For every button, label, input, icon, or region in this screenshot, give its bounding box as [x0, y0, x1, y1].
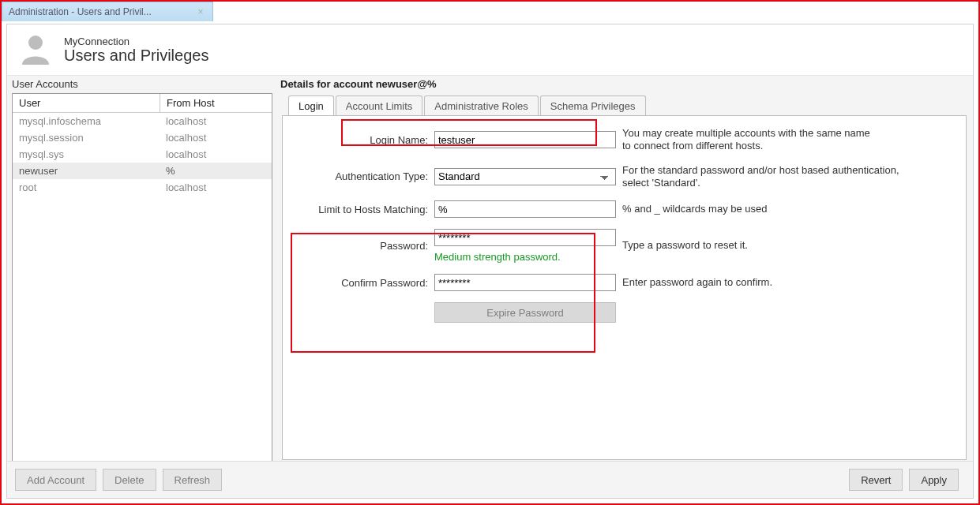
main-panel: MyConnection Users and Privileges User A… [6, 24, 974, 499]
revert-button[interactable]: Revert [849, 469, 903, 491]
login-form: Login Name: You may create multiple acco… [294, 127, 955, 323]
confirm-password-hint: Enter password again to confirm. [622, 276, 955, 289]
table-row[interactable]: newuser% [13, 163, 272, 179]
page-header: MyConnection Users and Privileges [7, 24, 973, 76]
auth-type-label: Authentication Type: [294, 170, 428, 182]
delete-account-button[interactable]: Delete [103, 469, 156, 491]
page-title: Users and Privileges [64, 47, 208, 64]
cell-user: mysql.sys [13, 146, 160, 163]
app-window: Administration - Users and Privil... × M… [0, 0, 980, 505]
account-details-tabs: LoginAccount LimitsAdministrative RolesS… [280, 95, 968, 462]
hosts-input[interactable] [434, 200, 616, 218]
content-body: User Accounts User From Host mysql.infos… [7, 75, 973, 462]
tab-account-limits[interactable]: Account Limits [336, 95, 423, 115]
cell-user: mysql.session [13, 129, 160, 146]
document-tab-label: Administration - Users and Privil... [9, 6, 152, 17]
cell-user: mysql.infoschema [13, 113, 160, 129]
password-label: Password: [294, 240, 428, 252]
password-input[interactable] [434, 229, 616, 246]
table-row[interactable]: rootlocalhost [13, 179, 272, 196]
tab-administrative-roles[interactable]: Administrative Roles [424, 95, 539, 115]
password-strength-text: Medium strength password. [434, 246, 616, 263]
close-icon[interactable]: × [195, 6, 206, 17]
cell-host: localhost [160, 113, 272, 129]
document-tab-bar: Administration - Users and Privil... × [2, 2, 978, 21]
document-tab-admin-users[interactable]: Administration - Users and Privil... × [2, 2, 213, 21]
column-header-user[interactable]: User [13, 94, 160, 112]
connection-name: MyConnection [64, 36, 208, 47]
table-row[interactable]: mysql.sessionlocalhost [13, 129, 272, 146]
table-row[interactable]: mysql.infoschemalocalhost [13, 113, 272, 129]
account-details-title: Details for account newuser@% [280, 77, 968, 95]
login-name-input[interactable] [434, 131, 616, 148]
cell-user: newuser [13, 163, 160, 179]
cell-user: root [13, 179, 160, 196]
add-account-button[interactable]: Add Account [15, 469, 96, 491]
auth-type-select[interactable]: Standard [434, 168, 616, 185]
cell-host: localhost [160, 179, 272, 196]
login-name-label: Login Name: [294, 134, 428, 146]
password-hint: Type a password to reset it. [622, 239, 955, 252]
users-icon [15, 29, 56, 70]
tab-strip: LoginAccount LimitsAdministrative RolesS… [280, 95, 968, 115]
svg-point-0 [28, 36, 43, 50]
login-name-hint: You may create multiple accounts with th… [622, 127, 955, 153]
column-header-host[interactable]: From Host [160, 94, 272, 112]
user-accounts-table: User From Host mysql.infoschemalocalhost… [12, 93, 272, 462]
cell-host: localhost [160, 146, 272, 163]
tab-login[interactable]: Login [288, 95, 334, 115]
refresh-button[interactable]: Refresh [163, 469, 223, 491]
tab-schema-privileges[interactable]: Schema Privileges [540, 95, 646, 115]
table-row[interactable]: mysql.syslocalhost [13, 146, 272, 163]
hosts-hint: % and _ wildcards may be used [622, 203, 955, 215]
expire-password-button[interactable]: Expire Password [434, 302, 616, 323]
user-accounts-heading: User Accounts [12, 77, 272, 93]
apply-button[interactable]: Apply [909, 469, 959, 491]
confirm-password-label: Confirm Password: [294, 277, 428, 289]
bottom-toolbar: Add Account Delete Refresh Revert Apply [7, 461, 973, 498]
hosts-label: Limit to Hosts Matching: [294, 204, 428, 215]
user-accounts-table-header: User From Host [13, 94, 272, 113]
account-details-panel: Details for account newuser@% LoginAccou… [272, 75, 973, 462]
user-accounts-panel: User Accounts User From Host mysql.infos… [7, 75, 272, 462]
auth-type-hint: For the standard password and/or host ba… [622, 164, 955, 190]
confirm-password-input[interactable] [434, 274, 616, 291]
tab-panel-login: Login Name: You may create multiple acco… [282, 115, 967, 460]
cell-host: localhost [160, 129, 272, 146]
cell-host: % [160, 163, 272, 179]
